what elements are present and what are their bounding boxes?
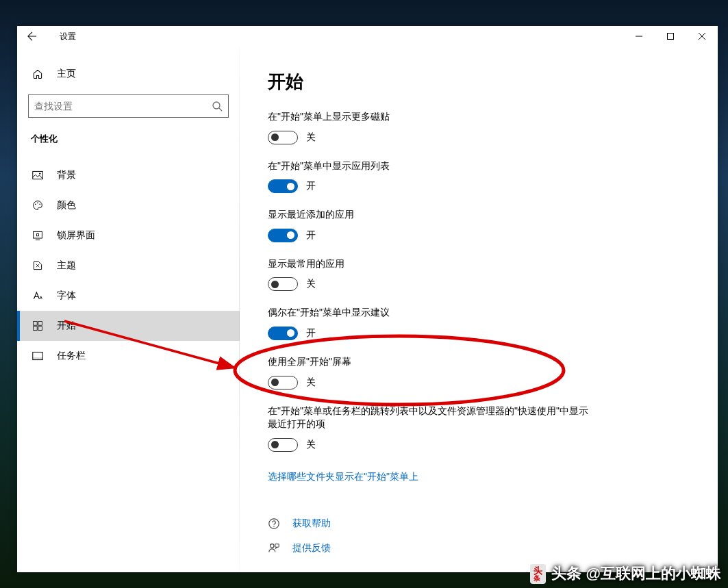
font-icon xyxy=(31,289,45,303)
sidebar-item-label: 锁屏界面 xyxy=(57,229,95,242)
titlebar: 设置 xyxy=(17,26,718,47)
minimize-icon xyxy=(636,33,642,40)
home-icon xyxy=(31,67,45,81)
watermark-badge-icon: 头条 xyxy=(530,564,546,584)
toggle-state: 开 xyxy=(306,327,316,340)
toggle-state: 关 xyxy=(306,376,316,389)
sidebar-item-lockscreen[interactable]: 锁屏界面 xyxy=(17,220,240,251)
svg-rect-12 xyxy=(38,327,42,331)
feedback-icon xyxy=(268,542,280,554)
search-box[interactable] xyxy=(28,94,229,118)
sidebar-item-label: 开始 xyxy=(57,320,76,332)
help-icon xyxy=(268,517,280,530)
svg-point-4 xyxy=(35,204,36,205)
toggle-state: 开 xyxy=(306,229,316,242)
settings-window: 设置 主页 xyxy=(17,26,718,572)
setting-label: 使用全屏"开始"屏幕 xyxy=(268,355,597,369)
get-help-link[interactable]: 获取帮助 xyxy=(268,517,690,530)
svg-rect-2 xyxy=(33,171,42,179)
search-input[interactable] xyxy=(34,101,212,112)
setting-label: 在"开始"菜单中显示应用列表 xyxy=(268,159,597,173)
toggle-state: 关 xyxy=(306,131,316,144)
svg-rect-11 xyxy=(34,327,38,331)
toggle-state: 开 xyxy=(306,180,316,192)
palette-icon xyxy=(31,199,45,212)
svg-rect-14 xyxy=(33,357,42,359)
give-feedback-link[interactable]: 提供反馈 xyxy=(268,542,690,554)
back-arrow-icon xyxy=(27,31,37,41)
setting-fullscreen: 使用全屏"开始"屏幕 关 xyxy=(268,355,690,389)
toggle-more-tiles[interactable] xyxy=(268,131,298,144)
sidebar-item-colors[interactable]: 颜色 xyxy=(17,190,240,220)
search-icon xyxy=(212,101,223,112)
sidebar-item-background[interactable]: 背景 xyxy=(17,160,240,190)
setting-label: 偶尔在"开始"菜单中显示建议 xyxy=(268,306,597,320)
setting-app-list: 在"开始"菜单中显示应用列表 开 xyxy=(268,159,690,194)
close-button[interactable] xyxy=(686,26,718,47)
svg-rect-10 xyxy=(38,322,42,326)
window-title: 设置 xyxy=(60,31,76,42)
toggle-fullscreen[interactable] xyxy=(268,376,298,389)
setting-label: 在"开始"菜单或任务栏的跳转列表中以及文件资源管理器的"快速使用"中显示最近打开… xyxy=(268,405,597,431)
toggle-state: 关 xyxy=(306,439,316,451)
watermark-text: 头条 @互联网上的小蜘蛛 xyxy=(551,563,721,584)
theme-icon xyxy=(31,259,45,272)
start-icon xyxy=(31,319,45,333)
sidebar-item-label: 主题 xyxy=(57,259,76,272)
svg-rect-8 xyxy=(36,234,38,236)
help-rows: 获取帮助 提供反馈 xyxy=(268,517,690,554)
setting-label: 显示最常用的应用 xyxy=(268,257,597,271)
body: 主页 个性化 背景 xyxy=(17,47,718,572)
setting-suggestions: 偶尔在"开始"菜单中显示建议 开 xyxy=(268,306,690,340)
back-button[interactable] xyxy=(17,26,47,47)
search-wrap xyxy=(17,88,240,127)
toggle-recently-added[interactable] xyxy=(268,229,298,242)
setting-label: 显示最近添加的应用 xyxy=(268,208,597,222)
svg-rect-9 xyxy=(34,322,38,326)
close-icon xyxy=(699,33,705,40)
choose-folders-link[interactable]: 选择哪些文件夹显示在"开始"菜单上 xyxy=(268,471,418,483)
watermark: 头条 头条 @互联网上的小蜘蛛 xyxy=(530,563,721,584)
sidebar-item-label: 背景 xyxy=(57,169,76,181)
svg-point-17 xyxy=(271,544,274,547)
maximize-button[interactable] xyxy=(655,26,686,47)
maximize-icon xyxy=(667,33,674,40)
help-label: 获取帮助 xyxy=(292,517,331,530)
picture-icon xyxy=(31,168,45,182)
svg-rect-7 xyxy=(34,231,42,238)
toggle-app-list[interactable] xyxy=(268,179,298,193)
sidebar-item-themes[interactable]: 主题 xyxy=(17,251,240,281)
sidebar-item-label: 颜色 xyxy=(57,199,76,212)
toggle-most-used[interactable] xyxy=(268,277,298,291)
setting-recently-added: 显示最近添加的应用 开 xyxy=(268,208,690,242)
setting-label: 在"开始"菜单上显示更多磁贴 xyxy=(268,110,597,124)
sidebar-item-start[interactable]: 开始 xyxy=(17,311,240,341)
svg-point-15 xyxy=(269,519,279,528)
svg-point-3 xyxy=(39,172,40,174)
lockscreen-icon xyxy=(31,229,45,242)
nav-list: 背景 颜色 锁屏界面 xyxy=(17,160,240,371)
sidebar: 主页 个性化 背景 xyxy=(17,47,240,572)
svg-rect-18 xyxy=(275,544,279,547)
svg-point-1 xyxy=(213,102,220,109)
window-controls xyxy=(623,26,718,47)
setting-more-tiles: 在"开始"菜单上显示更多磁贴 关 xyxy=(268,110,690,144)
setting-most-used: 显示最常用的应用 关 xyxy=(268,257,690,292)
sidebar-item-label: 任务栏 xyxy=(57,350,86,362)
home-label: 主页 xyxy=(57,68,76,80)
svg-point-16 xyxy=(273,526,274,526)
section-label: 个性化 xyxy=(17,127,240,155)
content: 开始 在"开始"菜单上显示更多磁贴 关 在"开始"菜单中显示应用列表 开 显示最… xyxy=(240,47,718,572)
page-title: 开始 xyxy=(268,70,690,94)
minimize-button[interactable] xyxy=(623,26,655,47)
toggle-recent-items[interactable] xyxy=(268,438,298,452)
svg-point-5 xyxy=(37,203,38,204)
taskbar-icon xyxy=(31,349,45,363)
sidebar-item-taskbar[interactable]: 任务栏 xyxy=(17,341,240,371)
toggle-suggestions[interactable] xyxy=(268,327,298,340)
svg-point-6 xyxy=(39,204,40,205)
sidebar-item-label: 字体 xyxy=(57,290,76,302)
toggle-state: 关 xyxy=(306,278,316,290)
sidebar-item-fonts[interactable]: 字体 xyxy=(17,281,240,311)
home-row[interactable]: 主页 xyxy=(17,60,240,88)
